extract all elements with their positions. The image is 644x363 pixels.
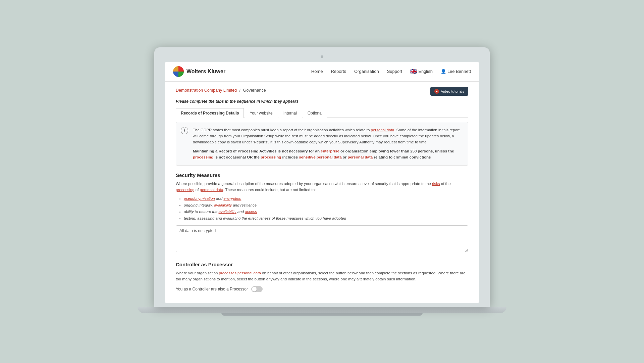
logo-icon	[173, 66, 184, 77]
bullet-1: pseudonymisation and encryption	[184, 195, 468, 202]
video-tutorials-button[interactable]: ▶ Video tutorials	[430, 87, 468, 96]
info-paragraph-1: The GDPR states that most companies must…	[193, 127, 463, 145]
laptop-screen: Wolters Kluwer Home Reports Organisation…	[165, 62, 479, 303]
language-selector[interactable]: 🇬🇧 English	[410, 68, 433, 75]
info-box: i The GDPR states that most companies mu…	[176, 122, 468, 166]
security-bullets: pseudonymisation and encryption ongoing …	[176, 195, 468, 222]
encryption-link[interactable]: encryption	[223, 196, 241, 200]
bullet-2: ongoing integrity, availability and resi…	[184, 202, 468, 209]
play-icon: ▶	[434, 89, 439, 94]
controller-title: Controller as Processor	[176, 262, 468, 267]
enterprise-link[interactable]: enterprise	[321, 149, 339, 153]
security-textarea[interactable]: All data is encrypted	[176, 225, 468, 252]
laptop-container: Wolters Kluwer Home Reports Organisation…	[154, 47, 490, 316]
processing-link-2[interactable]: processing	[261, 155, 281, 159]
personal-data-link-2[interactable]: personal data	[347, 155, 373, 159]
security-measures-section: Security Measures Where possible, provid…	[176, 172, 468, 254]
navbar-menu: Home Reports Organisation Support 🇬🇧 Eng…	[311, 68, 471, 75]
laptop-camera	[321, 55, 323, 58]
security-measures-title: Security Measures	[176, 172, 468, 178]
personal-data-link-sec[interactable]: personal data	[200, 188, 223, 192]
laptop-foot	[221, 313, 423, 316]
controller-section: Controller as Processor Where your organ…	[176, 262, 468, 292]
laptop-base	[138, 307, 506, 313]
laptop-bezel: Wolters Kluwer Home Reports Organisation…	[154, 47, 490, 307]
processing-link-sec[interactable]: processing	[176, 188, 195, 192]
breadcrumb: Demonstration Company Limited / Governan…	[176, 87, 266, 93]
access-link[interactable]: access	[245, 210, 257, 214]
reports-link[interactable]: Reports	[331, 69, 346, 74]
user-name: Lee Bennett	[447, 69, 471, 74]
tab-records-of-processing[interactable]: Records of Processing Details	[176, 108, 244, 118]
flag-icon: 🇬🇧	[410, 68, 417, 75]
user-icon: 👤	[441, 69, 446, 74]
risks-link[interactable]: risks	[432, 182, 440, 186]
breadcrumb-separator: /	[239, 88, 240, 93]
video-btn-label: Video tutorials	[441, 89, 464, 93]
toggle-row: You as a Controller are also a Processor	[176, 286, 468, 292]
pseudonymisation-link[interactable]: pseudonymisation	[184, 196, 215, 200]
tab-optional[interactable]: Optional	[303, 108, 328, 118]
language-label: English	[418, 69, 433, 74]
home-link[interactable]: Home	[311, 69, 323, 74]
organisation-link[interactable]: Organisation	[354, 69, 379, 74]
bullet-4: testing, assessing and evaluating the ef…	[184, 215, 468, 222]
breadcrumb-company[interactable]: Demonstration Company Limited	[176, 88, 237, 93]
personal-data-link-1[interactable]: personal data	[371, 128, 394, 132]
processing-link-1[interactable]: processing	[193, 155, 213, 159]
user-menu[interactable]: 👤 Lee Bennett	[441, 69, 471, 74]
bullet-3: ability to restore the availability and …	[184, 209, 468, 215]
logo: Wolters Kluwer	[173, 66, 225, 77]
navbar: Wolters Kluwer Home Reports Organisation…	[165, 62, 479, 81]
support-link[interactable]: Support	[387, 69, 402, 74]
breadcrumb-current: Governance	[243, 88, 266, 93]
logo-text: Wolters Kluwer	[186, 69, 225, 75]
info-icon: i	[181, 127, 188, 134]
info-paragraph-2: Maintaining a Record of Processing Activ…	[193, 148, 463, 161]
toggle-knob	[252, 287, 257, 291]
instruction-text: Please complete the tabs in the sequence…	[176, 99, 468, 104]
availability-link-2[interactable]: availability	[219, 210, 236, 214]
tab-internal[interactable]: Internal	[278, 108, 302, 118]
header-row: Demonstration Company Limited / Governan…	[176, 87, 468, 96]
security-measures-desc: Where possible, provide a general descri…	[176, 181, 468, 193]
controller-desc: Where your organisation processes person…	[176, 270, 468, 282]
personal-data-link-ctrl[interactable]: personal data	[237, 271, 261, 275]
controller-toggle[interactable]	[251, 286, 263, 292]
tabs-container: Records of Processing Details Your websi…	[176, 108, 468, 118]
toggle-label: You as a Controller are also a Processor	[176, 287, 248, 291]
sensitive-personal-data-link[interactable]: sensitive personal data	[299, 155, 341, 159]
content-area: Demonstration Company Limited / Governan…	[165, 82, 479, 303]
processes-link[interactable]: processes	[219, 271, 236, 275]
availability-link-1[interactable]: availability	[214, 203, 232, 207]
tab-your-website[interactable]: Your website	[245, 108, 277, 118]
